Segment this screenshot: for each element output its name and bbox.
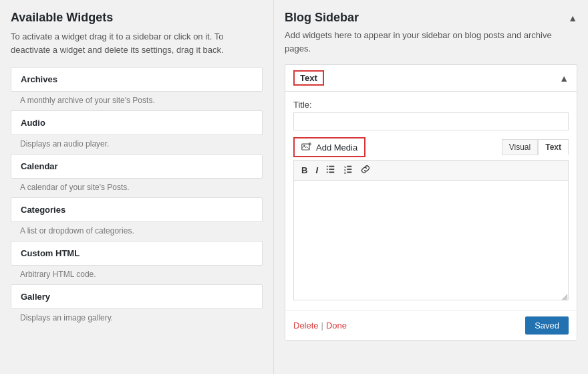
widget-item-calendar[interactable]: Calendar bbox=[11, 154, 263, 179]
blog-sidebar-description: Add widgets here to appear in your sideb… bbox=[285, 29, 577, 55]
widget-name-audio: Audio bbox=[21, 118, 45, 128]
svg-rect-9 bbox=[329, 172, 334, 173]
add-media-button[interactable]: Add Media bbox=[293, 137, 365, 157]
link-button[interactable] bbox=[357, 163, 374, 177]
widget-desc-calendar: A calendar of your site's Posts. bbox=[11, 179, 263, 197]
editor-toolbar-top: Add Media Visual Text bbox=[293, 137, 569, 157]
svg-rect-7 bbox=[329, 169, 334, 170]
widget-item-custom-html[interactable]: Custom HTML bbox=[11, 241, 263, 266]
sidebar-collapse-icon[interactable]: ▲ bbox=[568, 13, 577, 23]
widget-name-gallery: Gallery bbox=[21, 292, 50, 302]
text-widget-box: Text ▲ Title: bbox=[285, 64, 577, 341]
widget-name-categories: Categories bbox=[21, 205, 65, 215]
add-media-label: Add Media bbox=[316, 143, 357, 153]
footer-divider: | bbox=[321, 320, 323, 331]
blog-sidebar-title: Blog Sidebar bbox=[285, 11, 359, 25]
available-widgets-description: To activate a widget drag it to a sideba… bbox=[11, 30, 263, 56]
title-field-label: Title: bbox=[293, 100, 569, 110]
widget-name-custom-html: Custom HTML bbox=[21, 248, 80, 258]
widget-item-gallery[interactable]: Gallery bbox=[11, 284, 263, 309]
available-widgets-panel: Available Widgets To activate a widget d… bbox=[0, 0, 274, 374]
editor-format-bar: B I 1. bbox=[293, 160, 569, 180]
svg-rect-11 bbox=[347, 166, 351, 167]
widget-item-archives[interactable]: Archives bbox=[11, 67, 263, 92]
unordered-list-button[interactable] bbox=[323, 163, 339, 177]
widget-desc-gallery: Displays an image gallery. bbox=[11, 309, 263, 328]
svg-rect-5 bbox=[329, 166, 334, 167]
tab-text[interactable]: Text bbox=[538, 139, 569, 155]
widget-item-categories[interactable]: Categories bbox=[11, 197, 263, 222]
bold-button[interactable]: B bbox=[298, 164, 311, 177]
widget-desc-archives: A monthly archive of your site's Posts. bbox=[11, 92, 263, 110]
italic-button[interactable]: I bbox=[312, 164, 321, 177]
svg-text:3.: 3. bbox=[344, 171, 347, 174]
svg-rect-13 bbox=[347, 169, 351, 170]
widget-name-archives: Archives bbox=[21, 74, 57, 84]
footer-links: Delete | Done bbox=[293, 320, 347, 331]
title-input[interactable] bbox=[293, 112, 569, 130]
widget-desc-custom-html: Arbitrary HTML code. bbox=[11, 266, 263, 284]
widget-desc-audio: Displays an audio player. bbox=[11, 135, 263, 154]
ordered-list-button[interactable]: 1. 2. 3. bbox=[340, 163, 356, 177]
add-media-icon bbox=[301, 142, 312, 153]
visual-text-tab-group: Visual Text bbox=[502, 139, 569, 155]
blog-sidebar-panel: Blog Sidebar ▲ Add widgets here to appea… bbox=[274, 0, 588, 374]
widget-footer: Delete | Done Saved bbox=[285, 310, 577, 340]
svg-rect-15 bbox=[347, 172, 351, 173]
editor-wrapper: ◢ bbox=[293, 180, 569, 302]
text-widget-body: Title: Add Media bbox=[285, 92, 577, 310]
widget-item-audio[interactable]: Audio bbox=[11, 110, 263, 135]
available-widgets-title: Available Widgets bbox=[11, 11, 263, 25]
widget-desc-categories: A list or dropdown of categories. bbox=[11, 222, 263, 241]
text-widget-collapse-icon[interactable]: ▲ bbox=[559, 73, 569, 84]
svg-rect-6 bbox=[327, 169, 328, 170]
blog-sidebar-header: Blog Sidebar ▲ bbox=[285, 11, 577, 25]
tab-visual[interactable]: Visual bbox=[502, 139, 538, 155]
saved-button[interactable]: Saved bbox=[525, 316, 569, 335]
svg-rect-4 bbox=[327, 166, 328, 167]
delete-link[interactable]: Delete bbox=[293, 320, 319, 331]
svg-rect-8 bbox=[327, 172, 328, 173]
text-widget-label: Text bbox=[293, 70, 324, 86]
widget-name-calendar: Calendar bbox=[21, 161, 58, 171]
content-textarea[interactable] bbox=[293, 180, 569, 300]
text-widget-header: Text ▲ bbox=[285, 65, 577, 92]
done-link[interactable]: Done bbox=[326, 320, 347, 331]
